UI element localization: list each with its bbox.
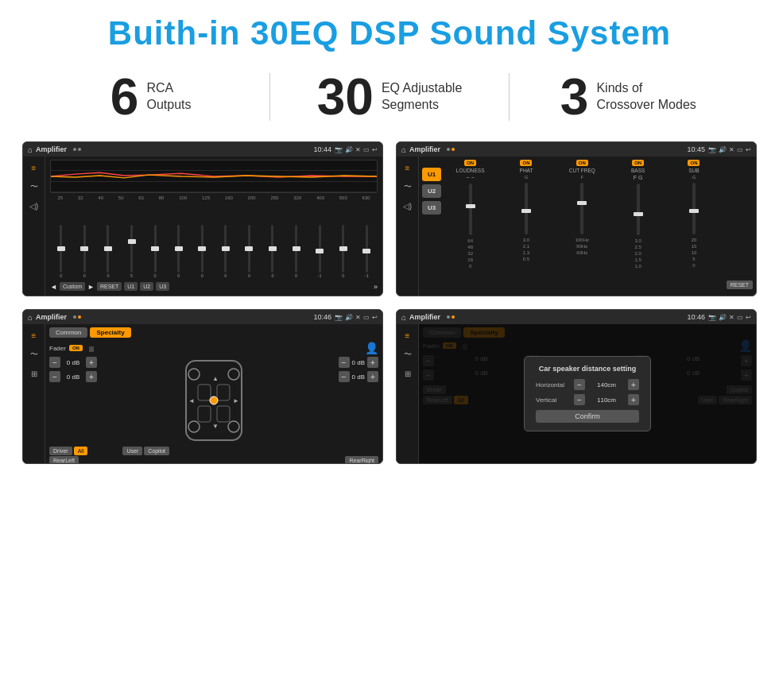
home-icon-4[interactable]: ⌂ bbox=[401, 313, 406, 322]
freq-125: 125 bbox=[202, 195, 210, 200]
freq-400: 400 bbox=[316, 195, 324, 200]
fader-rr-plus[interactable]: + bbox=[367, 371, 378, 382]
fader-fl-plus[interactable]: + bbox=[86, 357, 97, 368]
car-svg: ▲ ▼ ◄ ► bbox=[182, 357, 246, 444]
loudness-on[interactable]: ON bbox=[464, 160, 476, 166]
phat-slider[interactable] bbox=[525, 183, 528, 234]
eq-slider-8[interactable]: 0 bbox=[238, 225, 261, 278]
sub-on[interactable]: ON bbox=[688, 160, 700, 166]
home-icon[interactable]: ⌂ bbox=[28, 145, 33, 154]
fader-copilot-btn[interactable]: Copilot bbox=[144, 447, 169, 455]
dialog-vertical-minus[interactable]: − bbox=[574, 394, 585, 405]
amp-reset-btn[interactable]: RESET bbox=[727, 280, 753, 289]
eq-more-btn[interactable]: » bbox=[374, 283, 378, 291]
fader-user-btn[interactable]: User bbox=[122, 447, 142, 455]
eq-reset-btn[interactable]: RESET bbox=[97, 282, 122, 291]
back-icon[interactable]: ↩ bbox=[372, 146, 378, 153]
eq-slider-4[interactable]: 0 bbox=[144, 225, 166, 278]
fader-expand-icon-2[interactable]: ⊞ bbox=[400, 367, 416, 380]
eq-prev-btn[interactable]: ◄ bbox=[50, 283, 57, 291]
bass-on[interactable]: ON bbox=[632, 160, 644, 166]
svg-point-2 bbox=[228, 369, 239, 380]
dot7 bbox=[447, 315, 450, 319]
eq-play-btn[interactable]: ► bbox=[87, 283, 95, 291]
fader-expand-icon[interactable]: ⊞ bbox=[26, 367, 42, 380]
freq-40: 40 bbox=[98, 195, 103, 200]
eq-slider-10[interactable]: 0 bbox=[285, 225, 308, 278]
amp-u1-btn[interactable]: U1 bbox=[422, 168, 441, 181]
car-diagram-container: ▲ ▼ ◄ ► bbox=[182, 357, 246, 444]
eq-slider-9[interactable]: 0 bbox=[262, 225, 284, 278]
fader-rl-plus[interactable]: + bbox=[86, 371, 97, 382]
close-icon: ✕ bbox=[355, 146, 361, 153]
fader-rl-minus[interactable]: − bbox=[49, 371, 60, 382]
back-icon-2[interactable]: ↩ bbox=[746, 146, 751, 153]
dialog-vertical-plus[interactable]: + bbox=[628, 394, 639, 405]
bass-slider[interactable] bbox=[637, 184, 640, 235]
eq-icon-3[interactable]: ≡ bbox=[26, 329, 42, 342]
fader-fr-minus[interactable]: − bbox=[339, 357, 350, 368]
dialog-confirm-button[interactable]: Confirm bbox=[536, 410, 639, 423]
eq-u3-btn[interactable]: U3 bbox=[156, 282, 169, 291]
home-icon-3[interactable]: ⌂ bbox=[28, 313, 33, 322]
eq-slider-1[interactable]: 0 bbox=[74, 225, 96, 278]
freq-32: 32 bbox=[78, 195, 83, 200]
dialog-horizontal-plus[interactable]: + bbox=[628, 379, 639, 390]
eq-slider-6[interactable]: 0 bbox=[191, 225, 213, 278]
back-icon-4[interactable]: ↩ bbox=[746, 314, 751, 321]
eq-slider-12[interactable]: 0 bbox=[332, 225, 355, 278]
eq-icon-2[interactable]: ≡ bbox=[400, 161, 416, 174]
screen3-topbar: ⌂ Amplifier 10:46 📷 🔊 ✕ ▭ ↩ bbox=[23, 310, 382, 324]
cutfreq-label: CUT FREQ bbox=[569, 168, 595, 173]
fader-fr-val: 0 dB bbox=[352, 359, 365, 366]
amp-u2-btn[interactable]: U2 bbox=[422, 184, 441, 198]
phat-on[interactable]: ON bbox=[520, 160, 532, 166]
fader-rr-minus[interactable]: − bbox=[339, 371, 350, 382]
freq-630: 630 bbox=[362, 195, 370, 200]
svg-rect-8 bbox=[217, 406, 230, 422]
screen3-title: Amplifier bbox=[36, 313, 67, 321]
eq-icon-4[interactable]: ≡ bbox=[400, 329, 416, 342]
fader-driver-btn[interactable]: Driver bbox=[49, 447, 72, 455]
amp-bass: ON BASS FG 3.0 2.5 2.0 1.5 1.0 bbox=[611, 160, 665, 292]
eq-u1-btn[interactable]: U1 bbox=[124, 282, 138, 291]
home-icon-2[interactable]: ⌂ bbox=[401, 145, 406, 154]
dialog-horizontal-minus[interactable]: − bbox=[574, 379, 585, 390]
screen3-dots bbox=[73, 315, 81, 319]
eq-custom-btn[interactable]: Custom bbox=[60, 282, 85, 291]
screen1-content: ≡ 〜 ◁) 25 32 bbox=[23, 157, 382, 296]
eq-slider-5[interactable]: 0 bbox=[168, 225, 190, 278]
sub-slider[interactable] bbox=[692, 183, 696, 234]
wave-icon[interactable]: 〜 bbox=[26, 180, 42, 193]
fader-fl-minus[interactable]: − bbox=[49, 357, 60, 368]
eq-slider-0[interactable]: 0 bbox=[50, 225, 72, 278]
fader-fr-plus[interactable]: + bbox=[367, 357, 378, 368]
cutfreq-on[interactable]: ON bbox=[576, 160, 588, 166]
amp-u3-btn[interactable]: U3 bbox=[422, 201, 441, 215]
freq-160: 160 bbox=[225, 195, 233, 200]
fader-tab-common[interactable]: Common bbox=[49, 327, 87, 338]
eq-slider-13[interactable]: -1 bbox=[356, 225, 378, 278]
fader-tab-specialty[interactable]: Specialty bbox=[90, 327, 130, 338]
eq-slider-7[interactable]: 0 bbox=[215, 225, 237, 278]
wave-icon-4[interactable]: 〜 bbox=[400, 348, 416, 361]
eq-slider-11[interactable]: -1 bbox=[308, 225, 331, 278]
eq-icon[interactable]: ≡ bbox=[26, 161, 42, 174]
bass-label: BASS bbox=[631, 168, 645, 173]
fader-all-btn[interactable]: All bbox=[74, 447, 88, 455]
fader-on-badge[interactable]: ON bbox=[69, 345, 83, 351]
fader-rearright-btn[interactable]: RearRight bbox=[345, 456, 378, 464]
speaker-icon[interactable]: ◁) bbox=[26, 199, 42, 212]
eq-slider-3[interactable]: 5 bbox=[121, 225, 143, 278]
wave-icon-3[interactable]: 〜 bbox=[26, 348, 42, 361]
eq-u2-btn[interactable]: U2 bbox=[140, 282, 153, 291]
back-icon-3[interactable]: ↩ bbox=[372, 314, 378, 321]
fader-rearleft-btn[interactable]: RearLeft bbox=[49, 456, 79, 464]
loudness-slider[interactable] bbox=[469, 184, 472, 235]
cutfreq-slider[interactable] bbox=[580, 183, 583, 234]
eq-slider-2[interactable]: 0 bbox=[97, 225, 119, 278]
wave-icon-2[interactable]: 〜 bbox=[400, 180, 416, 193]
freq-50: 50 bbox=[118, 195, 124, 200]
dialog-horizontal-label: Horizontal bbox=[536, 381, 571, 389]
speaker-icon-2[interactable]: ◁) bbox=[400, 199, 416, 212]
